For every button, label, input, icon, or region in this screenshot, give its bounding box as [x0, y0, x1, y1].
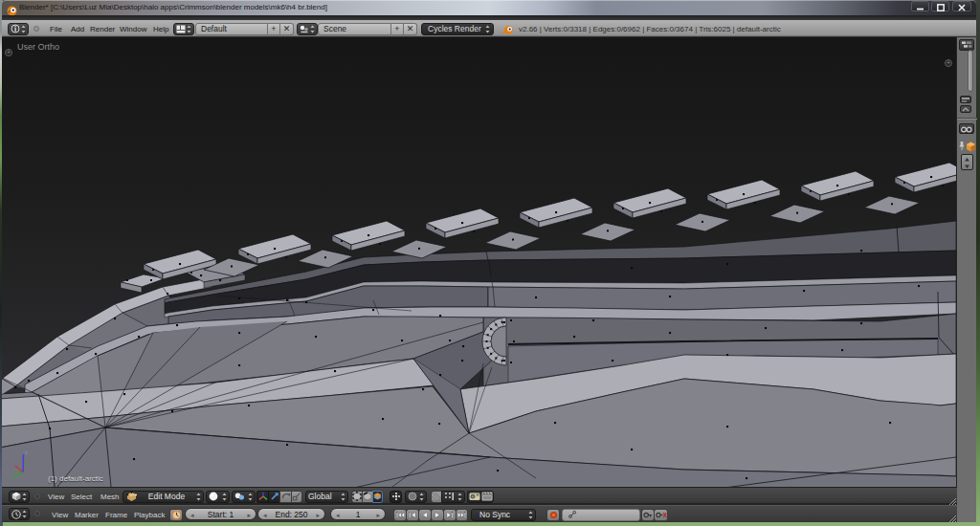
viewport-3d[interactable]: User Ortho + + z (1) default-arctic — [2, 37, 956, 487]
sync-dropdown[interactable]: No Sync — [471, 509, 536, 521]
proportional-edit-dropdown[interactable] — [405, 491, 427, 503]
menu-tl-marker[interactable]: Marker — [75, 511, 99, 519]
properties-region-strip[interactable] — [956, 37, 976, 522]
opengl-render-button[interactable] — [467, 491, 480, 503]
play-reverse-button[interactable] — [418, 509, 431, 521]
title-bar[interactable]: Blender* [C:\Users\Luz Mia\Desktop\halo … — [2, 0, 976, 15]
manipulator-toggle-button[interactable] — [256, 491, 268, 503]
menu-view[interactable]: View — [48, 493, 64, 501]
jump-to-start-button[interactable] — [393, 509, 406, 521]
screen-layout-name-field[interactable]: Default — [195, 23, 268, 35]
vertex-select-button[interactable] — [351, 491, 362, 503]
rotate-arc-icon — [281, 492, 291, 501]
axis-mini-gizmo: z — [10, 447, 42, 483]
delete-keyframe-button[interactable] — [654, 509, 668, 521]
mode-value: Edit Mode — [148, 492, 185, 501]
viewport-editor-icon — [11, 492, 21, 501]
area-resize-grip[interactable] — [947, 496, 956, 505]
close-button[interactable] — [952, 1, 971, 11]
scene-statistics: v2.66 | Verts:0/3318 | Edges:0/6962 | Fa… — [519, 25, 781, 33]
window-title: Blender* [C:\Users\Luz Mia\Desktop\halo … — [19, 3, 327, 11]
strip-scrollbar[interactable] — [968, 50, 973, 92]
manipulator-translate-button[interactable] — [268, 491, 279, 503]
scene-selector[interactable] — [297, 23, 318, 35]
occlude-geometry-button[interactable] — [390, 491, 402, 503]
menu-window[interactable]: Window — [120, 25, 146, 33]
menu-add[interactable]: Add — [71, 25, 84, 33]
manipulator-rotate-button[interactable] — [279, 491, 291, 503]
frame-end-field[interactable]: ◂ End: 250 ▸ — [257, 508, 325, 520]
scene-delete-button[interactable]: ✕ — [404, 23, 417, 35]
record-icon — [549, 511, 558, 519]
minimize-button[interactable] — [911, 1, 929, 11]
info-editor-icon — [11, 24, 20, 33]
strip-updown-button[interactable] — [961, 154, 973, 170]
menu-tl-playback[interactable]: Playback — [134, 511, 165, 519]
pin-icon[interactable] — [958, 138, 966, 155]
menu-mesh[interactable]: Mesh — [100, 493, 120, 501]
viewport-shading-dropdown[interactable] — [206, 491, 230, 503]
active-object-label: (1) default-arctic — [48, 474, 103, 483]
scene-add-button[interactable]: + — [391, 23, 404, 35]
mode-dropdown[interactable]: Edit Mode — [122, 491, 204, 503]
transform-orientation-dropdown[interactable]: Global — [305, 491, 348, 503]
editor-type-info-button[interactable] — [8, 23, 29, 35]
editor-type-timeline-button[interactable] — [9, 508, 30, 520]
jump-next-keyframe-button[interactable] — [443, 509, 456, 521]
info-header: File Add Render Window Help Default + ✕ … — [2, 20, 976, 37]
mesh-model — [2, 37, 956, 487]
info-collapse-toggle[interactable] — [33, 26, 39, 32]
blender-window: Blender* [C:\Users\Luz Mia\Desktop\halo … — [2, 0, 976, 522]
frame-end-value: End: 250 — [275, 510, 307, 519]
screen-layout-selector[interactable] — [173, 23, 194, 35]
scale-icon — [292, 492, 301, 501]
editor-type-3dview-button[interactable] — [9, 491, 30, 503]
area-resize-grip-2[interactable] — [947, 514, 956, 522]
outliner-editor-icon[interactable] — [959, 39, 974, 51]
manipulator-scale-button[interactable] — [291, 491, 302, 503]
snap-toggle-button[interactable] — [431, 491, 441, 503]
key-delete-icon — [656, 511, 667, 519]
menu-help[interactable]: Help — [153, 25, 168, 33]
opengl-clapper-icon — [481, 492, 493, 501]
edge-select-button[interactable] — [362, 491, 372, 503]
pivot-point-dropdown[interactable] — [232, 491, 256, 503]
menu-tl-view[interactable]: View — [52, 511, 68, 519]
jump-to-end-button[interactable] — [456, 509, 468, 521]
opengl-render-anim-button[interactable] — [480, 491, 494, 503]
screen-layout-add-button[interactable]: + — [268, 23, 280, 35]
snap-increment-icon — [444, 492, 455, 501]
menu-render[interactable]: Render — [90, 25, 115, 33]
play-button[interactable] — [431, 509, 443, 521]
frame-start-field[interactable]: ◂ Start: 1 ▸ — [185, 508, 256, 520]
viewport-header: View Select Mesh Edit Mode Globa — [2, 487, 957, 505]
insert-keyframe-button[interactable] — [641, 509, 654, 521]
snap-element-dropdown[interactable] — [441, 491, 465, 503]
key-icon — [643, 511, 653, 519]
properties-editor-icon[interactable] — [959, 123, 974, 134]
properties-expand-icon[interactable]: + — [945, 59, 952, 67]
screen-layout-delete-button[interactable]: ✕ — [280, 23, 294, 35]
menu-select[interactable]: Select — [71, 493, 92, 501]
snap-magnet-icon — [432, 492, 441, 501]
timeline-collapse-toggle[interactable] — [34, 511, 40, 516]
menu-file[interactable]: File — [50, 25, 62, 33]
toolshelf-expand-icon[interactable]: + — [5, 49, 12, 56]
face-select-button[interactable] — [372, 491, 383, 503]
strip-separator — [957, 118, 977, 120]
current-frame-field[interactable]: ◂ 1 ▸ — [330, 508, 386, 520]
strip-small-button-2[interactable] — [960, 105, 971, 113]
render-engine-dropdown[interactable]: Cycles Render — [421, 23, 494, 35]
pivot-icon — [234, 492, 245, 501]
preview-range-button[interactable] — [169, 509, 183, 521]
auto-keyframe-record-button[interactable] — [546, 509, 560, 521]
menu-tl-frame[interactable]: Frame — [105, 511, 127, 519]
maximize-button[interactable] — [931, 1, 949, 11]
strip-small-button-1[interactable] — [960, 96, 971, 103]
scene-name-field[interactable]: Scene — [318, 23, 391, 35]
viewport-collapse-toggle[interactable] — [34, 493, 40, 499]
timeline-header: View Marker Frame Playback ◂ Start: 1 ▸ … — [2, 505, 957, 522]
occlude-icon — [391, 492, 401, 501]
jump-prev-keyframe-button[interactable] — [406, 509, 418, 521]
keying-set-field[interactable] — [562, 509, 640, 521]
